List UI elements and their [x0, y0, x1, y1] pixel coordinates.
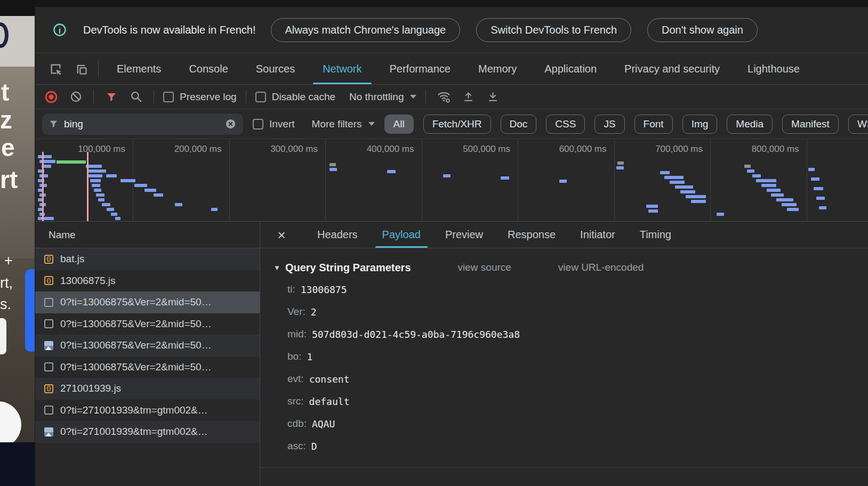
network-search-button[interactable] — [127, 88, 144, 106]
resource-type-filter[interactable]: Doc — [501, 115, 537, 134]
waterfall-bar — [761, 184, 776, 187]
details-tab[interactable]: Payload — [370, 222, 433, 248]
query-string-section-header: ▼ Query String Parameters view source vi… — [260, 257, 868, 278]
param-key: ti — [287, 284, 295, 295]
request-row[interactable]: 0?ti=271001939&tm=gtm002&… — [35, 400, 260, 422]
devtools-tab[interactable]: Network — [309, 53, 375, 84]
details-tab[interactable]: Response — [495, 222, 568, 248]
query-string-section-toggle[interactable]: ▼ Query String Parameters — [274, 262, 411, 274]
request-row[interactable]: 0?ti=13006875&Ver=2&mid=50… — [35, 291, 260, 313]
chevron-down-icon — [410, 95, 416, 99]
waterfall-bar — [443, 174, 451, 177]
filter-input[interactable] — [64, 118, 219, 130]
inspect-element-button[interactable] — [43, 53, 68, 84]
request-row[interactable]: 0?ti=13006875&Ver=2&mid=50… — [35, 335, 260, 357]
details-tab[interactable]: Preview — [433, 222, 495, 248]
resource-type-filter[interactable]: JS — [594, 115, 624, 134]
waterfall-bar — [501, 176, 509, 180]
throttling-value: No throttling — [349, 91, 404, 103]
query-param-row: mid 507d803d-d021-4c59-a0ba-7196c960e3a8 — [260, 323, 868, 345]
devtools-tab[interactable]: Privacy and security — [610, 53, 734, 84]
network-toolbar: Preserve log Disable cache No throttling — [35, 85, 868, 109]
request-row[interactable]: 0?ti=13006875&Ver=2&mid=50… — [35, 313, 260, 335]
clear-network-log-button[interactable] — [67, 88, 84, 106]
export-har-button[interactable] — [484, 88, 501, 106]
preserve-log-checkbox[interactable] — [163, 92, 174, 102]
waterfall-bar — [38, 155, 52, 158]
resource-type-filter[interactable]: CSS — [546, 115, 585, 134]
throttling-select[interactable]: No throttling — [349, 91, 416, 103]
page-behind-sliver: t z e rt + rt, s. — [0, 0, 35, 486]
request-name: 13006875.js — [60, 275, 116, 287]
view-source-link[interactable]: view source — [458, 262, 511, 273]
devtools-tab[interactable]: Elements — [103, 53, 175, 84]
request-row[interactable]: 0?ti=13006875&Ver=2&mid=50… — [35, 357, 260, 378]
param-value: D — [311, 441, 317, 452]
invert-filter-toggle[interactable]: Invert — [253, 118, 295, 130]
devtools-tab[interactable]: Console — [175, 53, 242, 84]
device-toolbar-button[interactable] — [68, 53, 94, 84]
devtools-tab[interactable]: Sources — [242, 53, 309, 84]
resource-type-filter[interactable]: Img — [682, 115, 718, 134]
waterfall-bar — [92, 184, 100, 187]
device-toolbar-icon — [74, 62, 89, 76]
resource-type-filter[interactable]: Font — [634, 115, 673, 134]
clear-filter-icon[interactable] — [224, 118, 237, 130]
page-white-card — [0, 318, 6, 354]
view-url-encoded-link[interactable]: view URL-encoded — [558, 262, 644, 273]
resource-type-filter[interactable]: Fetch/XHR — [423, 115, 491, 134]
record-network-log-button[interactable] — [43, 88, 60, 106]
overview-time-label: 800,000 ms — [719, 144, 799, 155]
waterfall-bar — [107, 208, 114, 211]
waterfall-bar — [144, 189, 156, 192]
resource-type-filter[interactable]: Manifest — [782, 115, 839, 134]
request-row[interactable]: 0?ti=271001939&tm=gtm002&… — [35, 421, 260, 443]
param-key: Ver — [287, 306, 306, 318]
disable-cache-toggle[interactable]: Disable cache — [255, 91, 335, 103]
resource-type-filter[interactable]: All — [384, 115, 414, 134]
details-tab[interactable]: Initiator — [568, 222, 628, 248]
request-row[interactable]: bat.js — [35, 248, 260, 270]
section-divider — [260, 467, 868, 468]
requests-name-column-header[interactable]: Name — [35, 222, 260, 248]
waterfall-bar — [675, 185, 693, 189]
page-top-strip — [0, 0, 35, 16]
filter-toggle-button[interactable] — [103, 88, 120, 106]
details-tab[interactable]: Headers — [305, 222, 370, 248]
waterfall-bar — [96, 193, 105, 197]
more-filters-dropdown[interactable]: More filters — [312, 118, 375, 130]
details-tab[interactable]: Timing — [628, 222, 684, 248]
resource-type-filter[interactable]: Media — [727, 115, 773, 134]
overview-strip[interactable]: 100,000 ms200,000 ms300,000 ms400,000 ms… — [35, 139, 868, 222]
param-key: bo — [287, 351, 301, 362]
page-text-fragment: rt, — [0, 275, 13, 291]
request-details-panel: × HeadersPayloadPreviewResponseInitiator… — [260, 222, 868, 486]
param-value: 13006875 — [301, 284, 347, 295]
devtools-tab[interactable]: Lighthouse — [734, 53, 814, 84]
file-type-icon — [44, 384, 53, 393]
network-conditions-button[interactable] — [435, 88, 452, 106]
disable-cache-label: Disable cache — [272, 91, 335, 103]
page-text-fragment: s. — [0, 296, 11, 313]
waterfall-bar — [756, 179, 776, 182]
infobar-action-button[interactable]: Always match Chrome's language — [271, 18, 461, 42]
invert-checkbox[interactable] — [253, 119, 263, 129]
devtools-tab[interactable]: Application — [531, 53, 610, 84]
infobar-action-button[interactable]: Switch DevTools to French — [476, 18, 631, 42]
devtools-tab[interactable]: Memory — [464, 53, 531, 84]
preserve-log-toggle[interactable]: Preserve log — [163, 91, 237, 103]
toolbar-divider — [425, 90, 426, 104]
page-text-fragment: e — [1, 133, 15, 162]
resource-type-filter[interactable]: WS — [848, 115, 868, 134]
request-row[interactable]: 271001939.js — [35, 378, 260, 400]
block-circle-icon — [69, 90, 83, 103]
request-row[interactable]: 13006875.js — [35, 270, 260, 292]
close-details-button[interactable]: × — [273, 228, 290, 242]
page-blue-button[interactable] — [25, 269, 35, 352]
waterfall-bar — [782, 203, 797, 206]
waterfall-bar — [154, 193, 163, 197]
infobar-action-button[interactable]: Don't show again — [647, 18, 758, 42]
disable-cache-checkbox[interactable] — [255, 92, 266, 102]
import-har-button[interactable] — [460, 88, 477, 106]
devtools-tab[interactable]: Performance — [376, 53, 465, 84]
